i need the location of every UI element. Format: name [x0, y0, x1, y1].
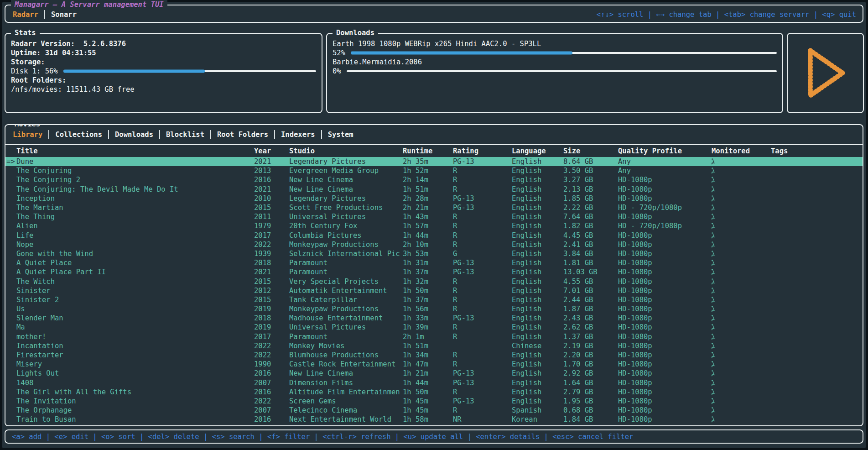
movie-quality-cell: HD-1080p [618, 277, 712, 286]
movie-year-cell: 2010 [254, 194, 289, 203]
movie-year-cell: 2016 [254, 369, 289, 377]
movie-language-cell: English [512, 222, 563, 230]
movie-year-cell: 2021 [254, 157, 289, 166]
movie-runtime-cell: 1h 50m [403, 287, 453, 295]
movie-quality-cell: HD-1080p [618, 351, 712, 359]
movie-rating-cell: R [453, 167, 512, 175]
movie-title-cell: Slender Man [6, 314, 254, 322]
movies-tab-library[interactable]: Library [13, 131, 42, 139]
column-header-size[interactable]: Size [563, 147, 618, 155]
movies-table-body: =>Dune 2021 Legendary Pictures 2h 35m PG… [5, 157, 863, 424]
tab-separator [48, 130, 49, 139]
movie-runtime-cell: 1h 21m [403, 369, 453, 377]
movies-tab-downloads[interactable]: Downloads [115, 131, 153, 139]
download-item: Earth 1998 1080p WEBRip x265 Hindi AAC2.… [333, 39, 777, 58]
movie-studio-cell: Madhouse Entertainment [289, 314, 403, 322]
movie-language-cell: English [512, 360, 563, 368]
movies-tab-blocklist[interactable]: Blocklist [166, 131, 204, 139]
movie-rating-cell: G [453, 250, 512, 258]
movie-language-cell: English [512, 287, 563, 295]
column-header-rating[interactable]: Rating [453, 147, 512, 155]
movie-rating-cell: R [453, 222, 512, 230]
movie-size-cell: 1.64 GB [563, 379, 618, 387]
movie-language-cell: English [512, 157, 563, 166]
movie-title-cell: Sinister [6, 287, 254, 295]
movie-quality-cell: Any [618, 167, 712, 175]
movie-title-cell: Alien [6, 222, 254, 230]
movie-runtime-cell: 2h 14m [403, 176, 453, 184]
footer-hints: <a> add | <e> edit | <o> sort | <del> de… [12, 433, 633, 441]
movie-year-cell: 2016 [254, 415, 289, 424]
movie-year-cell: 2019 [254, 323, 289, 331]
movie-runtime-cell: 1h 43m [403, 213, 453, 221]
movie-year-cell: 2017 [254, 231, 289, 240]
footer-hints-bar: <a> add | <e> edit | <o> sort | <del> de… [5, 429, 863, 444]
movie-size-cell: 2.22 GB [563, 204, 618, 212]
movie-quality-cell: HD-1080p [618, 305, 712, 313]
downloads-panel: Downloads Earth 1998 1080p WEBRip x265 H… [326, 33, 783, 113]
movie-runtime-cell: 1h 56m [403, 305, 453, 313]
movie-title-cell: The Witch [6, 277, 254, 286]
movie-title-cell: Lights Out [6, 369, 254, 377]
movie-runtime-cell: 1h 51m [403, 342, 453, 350]
movies-tab-indexers[interactable]: Indexers [281, 131, 315, 139]
movie-rating-cell: R [453, 241, 512, 249]
movie-quality-cell: HD-1080p [618, 333, 712, 341]
movie-title-cell: Nope [6, 241, 254, 249]
column-header-year[interactable]: Year [254, 147, 289, 155]
tab-separator [274, 130, 275, 139]
movie-runtime-cell: 1h 34m [403, 351, 453, 359]
servarr-tab-sonarr[interactable]: Sonarr [51, 10, 77, 19]
movie-quality-cell: HD-1080p [618, 194, 712, 203]
movie-language-cell: English [512, 167, 563, 175]
disk-usage-label: Disk 1: 56% [11, 67, 58, 76]
movie-language-cell: English [512, 351, 563, 359]
movie-rating-cell: PG-13 [453, 194, 512, 203]
movie-quality-cell: HD-1080p [618, 415, 712, 424]
movie-year-cell: 2016 [254, 176, 289, 184]
movie-quality-cell: Any [618, 157, 712, 166]
servarr-tab-radarr[interactable]: Radarr [13, 10, 38, 19]
column-header-title[interactable]: Title [6, 147, 254, 155]
movie-title-cell: A Quiet Place [6, 259, 254, 267]
movie-studio-cell: New Line Cinema [289, 185, 403, 194]
movie-quality-cell: HD-1080p [618, 185, 712, 194]
movie-studio-cell: Blumhouse Productions [289, 351, 403, 359]
movie-language-cell: English [512, 241, 563, 249]
movie-language-cell: English [512, 176, 563, 184]
movie-year-cell: 2017 [254, 333, 289, 341]
movies-tab-system[interactable]: System [328, 131, 353, 139]
movie-size-cell: 1.87 GB [563, 305, 618, 313]
movie-studio-cell: Telecinco Cinema [289, 406, 403, 414]
movie-title-cell: =>Dune [6, 157, 254, 166]
movie-runtime-cell: 1h 45m [403, 406, 453, 414]
radarr-version: Radarr Version: 5.2.6.8376 [11, 39, 316, 48]
movies-tab-collections[interactable]: Collections [55, 131, 102, 139]
column-header-studio[interactable]: Studio [289, 147, 403, 155]
movie-studio-cell: Very Special Projects [289, 277, 403, 286]
movie-studio-cell: Castle Rock Entertainment [289, 360, 403, 368]
column-header-quality-profile[interactable]: Quality Profile [618, 147, 712, 155]
movie-language-cell: English [512, 185, 563, 194]
movies-tabs: LibraryCollectionsDownloadsBlocklistRoot… [13, 129, 856, 141]
movie-runtime-cell: 1h 58m [403, 415, 453, 424]
column-header-language[interactable]: Language [512, 147, 563, 155]
movie-rating-cell: PG-13 [453, 204, 512, 212]
movie-year-cell: 2022 [254, 351, 289, 359]
movie-title-cell: Train to Busan [6, 415, 254, 424]
download-progressbar [351, 48, 777, 58]
movie-quality-cell: HD-1080p [618, 176, 712, 184]
movie-studio-cell: Altitude Film Entertainmen [289, 388, 403, 396]
movie-runtime-cell: 2h 10m [403, 241, 453, 249]
movie-studio-cell: Universal Pictures [289, 213, 403, 221]
movie-rating-cell: R [453, 333, 512, 341]
movie-title-cell: The Girl with All the Gifts [6, 388, 254, 396]
movie-year-cell: 2007 [254, 379, 289, 387]
download-percent: 52% [333, 48, 345, 58]
column-header-tags[interactable]: Tags [771, 147, 862, 155]
column-header-runtime[interactable]: Runtime [403, 147, 453, 155]
movies-tab-root-folders[interactable]: Root Folders [217, 131, 268, 139]
movie-quality-cell: HD-1080p [618, 323, 712, 331]
table-row[interactable]: Train to Busan 2016 Next Entertainment W… [5, 415, 863, 424]
movie-year-cell: 1939 [254, 250, 289, 258]
